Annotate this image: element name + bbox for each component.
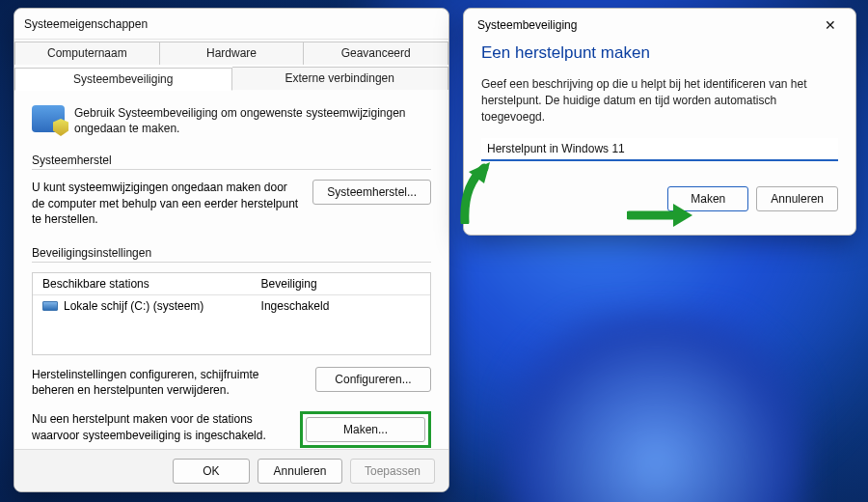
titlebar: Systeemeigenschappen (14, 9, 448, 40)
divider (32, 169, 431, 170)
table-header-beveiliging: Beveiliging (252, 273, 430, 294)
close-button[interactable]: ✕ (811, 12, 850, 39)
window-title: Systeembeveiliging (477, 18, 577, 32)
restore-point-name-input[interactable] (481, 138, 838, 161)
tab-hardware[interactable]: Hardware (160, 42, 305, 65)
restore-description: U kunt systeemwijzigingen ongedaan maken… (32, 180, 299, 227)
divider (32, 262, 431, 263)
dialog-heading: Een herstelpunt maken (481, 43, 838, 63)
table-header-stations: Beschikbare stations (33, 273, 252, 294)
shield-icon (32, 105, 65, 132)
drive-status: Ingeschakeld (252, 295, 430, 317)
table-row[interactable]: Lokale schijf (C:) (systeem) Ingeschakel… (33, 295, 430, 317)
highlight-maken: Maken... (300, 411, 431, 448)
make-button[interactable]: Maken (667, 186, 748, 211)
dialog-description: Geef een beschrijving op die u helpt bij… (481, 76, 838, 125)
close-icon: ✕ (825, 17, 836, 33)
apply-button[interactable]: Toepassen (350, 459, 435, 484)
tab-systeembeveiliging[interactable]: Systeembeveiliging (14, 68, 232, 91)
tab-geavanceerd[interactable]: Geavanceerd (304, 42, 448, 65)
ok-button[interactable]: OK (173, 459, 250, 484)
tab-content: Gebruik Systeembeveiliging om ongewenste… (14, 90, 448, 448)
drives-table: Beschikbare stations Beveiliging Lokale … (32, 272, 431, 355)
window-title: Systeemeigenschappen (24, 17, 148, 31)
tab-externe-verbindingen[interactable]: Externe verbindingen (232, 67, 449, 90)
system-restore-button[interactable]: Systeemherstel... (312, 180, 431, 205)
intro-text: Gebruik Systeembeveiliging om ongewenste… (74, 105, 431, 136)
create-description: Nu een herstelpunt maken voor de station… (32, 411, 286, 442)
cancel-button[interactable]: Annuleren (756, 186, 838, 211)
create-button[interactable]: Maken... (306, 417, 425, 442)
section-systeemherstel-title: Systeemherstel (32, 153, 431, 167)
system-properties-window: Systeemeigenschappen Computernaam Hardwa… (14, 8, 449, 492)
drive-icon (42, 301, 58, 311)
tab-computernaam[interactable]: Computernaam (14, 42, 160, 65)
titlebar: Systeembeveiliging ✕ (464, 9, 855, 42)
configure-description: Herstelinstellingen configureren, schijf… (32, 367, 302, 398)
drive-name: Lokale schijf (C:) (systeem) (64, 299, 203, 313)
create-restore-point-window: Systeembeveiliging ✕ Een herstelpunt mak… (463, 8, 856, 236)
cancel-button[interactable]: Annuleren (258, 459, 342, 484)
tabs-bottom: Systeembeveiliging Externe verbindingen (14, 67, 448, 90)
configure-button[interactable]: Configureren... (315, 367, 431, 392)
section-settings-title: Beveiligingsinstellingen (32, 246, 431, 260)
tabs-top: Computernaam Hardware Geavanceerd (14, 42, 448, 65)
dialog-button-bar: OK Annuleren Toepassen (14, 449, 448, 491)
